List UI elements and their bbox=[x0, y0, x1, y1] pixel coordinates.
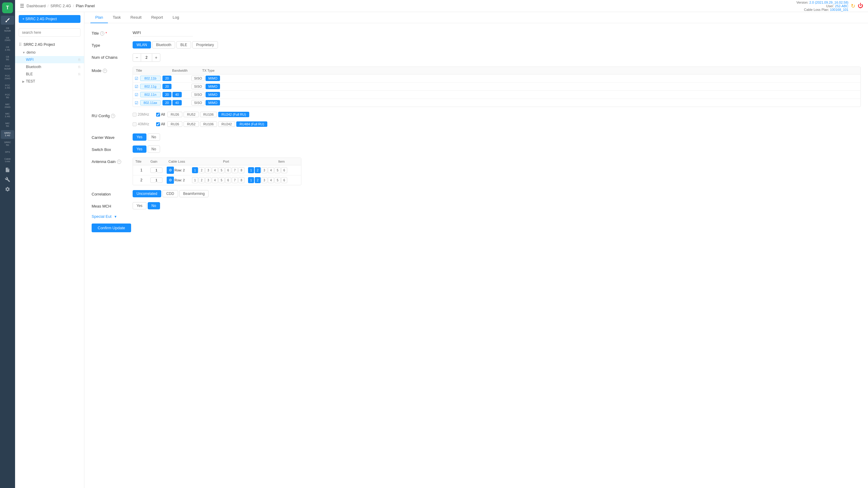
ru-config-help-icon[interactable]: ? bbox=[111, 114, 115, 118]
nav-ce-5g[interactable]: CE5G bbox=[1, 54, 14, 63]
ru-40mhz-all-checkbox[interactable] bbox=[156, 122, 160, 126]
item-1-2[interactable]: 2 bbox=[255, 167, 261, 173]
item-2-5[interactable]: 5 bbox=[275, 177, 281, 183]
bw-20-80211b[interactable]: 20 bbox=[162, 76, 172, 81]
meas-mch-yes[interactable]: Yes bbox=[133, 202, 147, 209]
mode-check-80211n[interactable]: ☑ bbox=[135, 93, 138, 97]
port-1-3[interactable]: 3 bbox=[205, 167, 211, 173]
bluetooth-copy-icon[interactable]: ⎘ bbox=[79, 65, 81, 69]
search-input[interactable] bbox=[19, 28, 81, 37]
ru-40mhz-ru484[interactable]: RU484 (Full RU) bbox=[236, 121, 267, 127]
nav-mic-24g[interactable]: MIC2.4G bbox=[1, 111, 14, 120]
port-1-1[interactable]: 1 bbox=[192, 167, 198, 173]
item-1-1[interactable]: 1 bbox=[248, 167, 254, 173]
type-proprietary-btn[interactable]: Proprietary bbox=[192, 41, 218, 48]
mode-check-80211b[interactable]: ☑ bbox=[135, 76, 138, 81]
nav-cable-loss[interactable]: CableLoss bbox=[1, 156, 14, 165]
nav-fcc-24g[interactable]: FCC2.4G bbox=[1, 83, 14, 92]
correlation-uncorrelated[interactable]: Uncorrelated bbox=[133, 190, 161, 197]
antenna-gain-help-icon[interactable]: ? bbox=[117, 160, 121, 164]
tree-test-item[interactable]: ▶ TEST bbox=[15, 78, 84, 85]
ble-copy-icon[interactable]: ⎘ bbox=[79, 72, 81, 76]
port-1-6[interactable]: 6 bbox=[225, 167, 231, 173]
correlation-cdd[interactable]: CDD bbox=[162, 190, 178, 197]
item-1-6[interactable]: 6 bbox=[281, 167, 287, 173]
nav-ce-234g[interactable]: CE234G bbox=[1, 35, 14, 44]
tx-siso-80211b[interactable]: SISO bbox=[191, 76, 205, 81]
add-project-button[interactable]: + SRRC 2.4G Project bbox=[19, 15, 81, 23]
port-2-1[interactable]: 1 bbox=[192, 177, 198, 183]
type-wlan-btn[interactable]: WLAN bbox=[133, 41, 151, 48]
item-2-1[interactable]: 1 bbox=[248, 177, 254, 183]
hamburger-menu[interactable]: ☰ bbox=[20, 3, 24, 9]
switch-box-yes[interactable]: Yes bbox=[133, 145, 147, 153]
port-2-4[interactable]: 4 bbox=[212, 177, 218, 183]
antenna-2-gear-btn[interactable]: ⚙ bbox=[167, 176, 174, 184]
nav-ce-24g[interactable]: CE2.4G bbox=[1, 44, 14, 53]
special-eut-arrow-icon[interactable]: ▼ bbox=[114, 215, 117, 218]
carrier-wave-yes[interactable]: Yes bbox=[133, 133, 147, 141]
port-1-7[interactable]: 7 bbox=[232, 167, 238, 173]
tree-bluetooth-item[interactable]: Bluetooth ⎘ bbox=[15, 63, 84, 70]
power-icon[interactable]: ⏻ bbox=[858, 3, 863, 9]
ru-40mhz-ru106[interactable]: RU106 bbox=[200, 121, 217, 127]
tree-wifi-item[interactable]: WIFI ⎘ bbox=[15, 56, 84, 63]
tx-siso-80211g[interactable]: SISO bbox=[191, 84, 205, 89]
port-1-2[interactable]: 2 bbox=[198, 167, 205, 173]
port-2-7[interactable]: 7 bbox=[232, 177, 238, 183]
ru-20mhz-ru52[interactable]: RU52 bbox=[184, 112, 198, 117]
ru-40mhz-ru26[interactable]: RU26 bbox=[167, 121, 182, 127]
switch-box-no[interactable]: No bbox=[148, 145, 160, 153]
port-2-3[interactable]: 3 bbox=[205, 177, 211, 183]
special-eut-label[interactable]: Special Eut bbox=[92, 214, 112, 219]
meas-mch-no[interactable]: No bbox=[148, 202, 160, 209]
ru-40mhz-ru52[interactable]: RU52 bbox=[184, 121, 198, 127]
confirm-update-button[interactable]: Confirm Update bbox=[92, 224, 131, 232]
bw-40-80211ax[interactable]: 40 bbox=[173, 100, 181, 105]
item-2-6[interactable]: 6 bbox=[281, 177, 287, 183]
nav-mic-5g[interactable]: MIC5G bbox=[1, 121, 14, 130]
nav-srrc-24g[interactable]: SRRC2.4G bbox=[1, 130, 14, 139]
tx-mimo-80211b[interactable]: MIMO bbox=[206, 76, 220, 81]
nav-tools[interactable] bbox=[1, 175, 14, 184]
type-bluetooth-btn[interactable]: Bluetooth bbox=[152, 41, 176, 48]
breadcrumb-dashboard[interactable]: Dashboard bbox=[27, 4, 46, 8]
antenna-1-gain-input[interactable] bbox=[150, 167, 162, 173]
port-1-4[interactable]: 4 bbox=[212, 167, 218, 173]
ru-40mhz-checkbox[interactable] bbox=[133, 122, 136, 126]
tx-siso-80211ax[interactable]: SISO bbox=[191, 100, 205, 105]
nav-fcc-5gnr[interactable]: FCC5GNR bbox=[1, 63, 14, 72]
refresh-icon[interactable]: ↻ bbox=[851, 3, 855, 9]
mode-check-80211g[interactable]: ☑ bbox=[135, 84, 138, 89]
tab-plan[interactable]: Plan bbox=[90, 12, 108, 23]
port-2-5[interactable]: 5 bbox=[218, 177, 224, 183]
nav-ce-5gnr[interactable]: CE5GNR bbox=[1, 25, 14, 34]
ru-20mhz-ru106[interactable]: RU106 bbox=[200, 112, 217, 117]
ru-20mhz-checkbox[interactable] bbox=[133, 113, 136, 117]
item-2-3[interactable]: 3 bbox=[261, 177, 267, 183]
bw-20-80211n[interactable]: 20 bbox=[162, 92, 172, 97]
port-1-5[interactable]: 5 bbox=[218, 167, 224, 173]
nav-dfs[interactable]: DFS bbox=[1, 149, 14, 156]
nav-fcc-5g[interactable]: FCC5G bbox=[1, 92, 14, 101]
nav-fcc-234g[interactable]: FCC234G bbox=[1, 73, 14, 82]
nav-mic-234g[interactable]: MIC234G bbox=[1, 101, 14, 110]
ru-20mhz-ru26[interactable]: RU26 bbox=[167, 112, 182, 117]
correlation-beamforming[interactable]: Beamforming bbox=[179, 190, 209, 197]
nav-doc[interactable] bbox=[1, 165, 14, 174]
mode-check-80211ax[interactable]: ☑ bbox=[135, 101, 138, 105]
item-1-3[interactable]: 3 bbox=[261, 167, 267, 173]
item-1-4[interactable]: 4 bbox=[268, 167, 274, 173]
ru-40mhz-ru242[interactable]: RU242 bbox=[218, 121, 235, 127]
tx-mimo-80211n[interactable]: MIMO bbox=[206, 92, 220, 97]
port-1-8[interactable]: 8 bbox=[239, 167, 244, 173]
wifi-copy-icon[interactable]: ⎘ bbox=[79, 58, 81, 61]
num-chains-decrement[interactable]: − bbox=[133, 53, 141, 62]
tx-mimo-80211ax[interactable]: MIMO bbox=[206, 100, 220, 105]
tree-demo-item[interactable]: ▼ demo bbox=[15, 49, 84, 56]
tab-report[interactable]: Report bbox=[147, 12, 168, 23]
bw-20-80211g[interactable]: 20 bbox=[162, 84, 172, 89]
tx-mimo-80211g[interactable]: MIMO bbox=[206, 84, 220, 89]
title-input[interactable] bbox=[133, 29, 193, 36]
port-2-6[interactable]: 6 bbox=[225, 177, 231, 183]
